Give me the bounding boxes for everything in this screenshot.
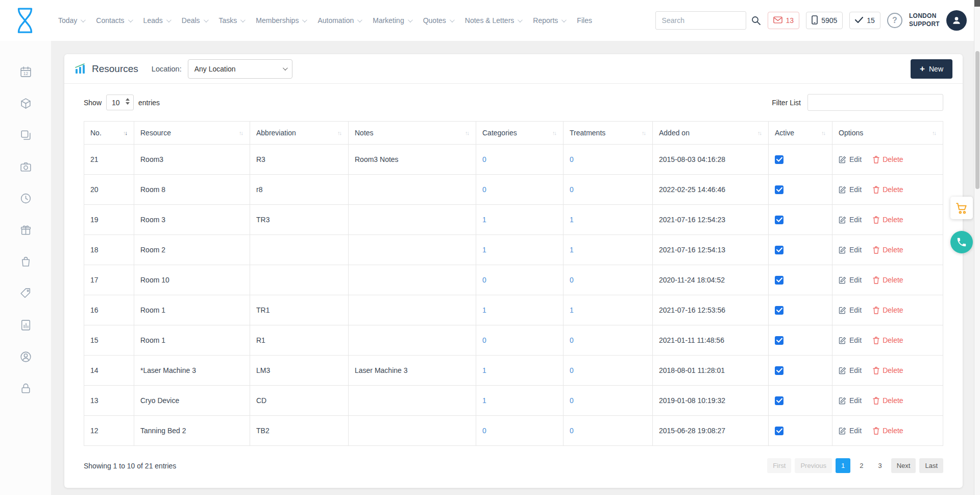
phone-call-icon[interactable] [950,231,973,253]
treatments-link[interactable]: 0 [570,366,574,374]
edit-button[interactable]: Edit [839,216,862,224]
edit-button[interactable]: Edit [839,306,862,314]
active-checkbox[interactable] [775,306,783,315]
scrollbar-thumb[interactable] [975,51,979,189]
nav-menu-item[interactable]: Quotes [423,16,453,25]
phone-indicator[interactable]: 5905 [806,12,843,29]
report-icon[interactable] [19,319,32,332]
copy-icon[interactable] [19,129,32,142]
table-column-header[interactable]: Added on ↑↓ [653,122,769,145]
cart-icon[interactable] [950,197,973,219]
active-checkbox[interactable] [775,396,783,405]
pagination-next[interactable]: Next [891,458,916,473]
categories-link[interactable]: 1 [482,306,486,314]
treatments-link[interactable]: 1 [570,306,574,314]
delete-button[interactable]: Delete [873,396,903,405]
pagination-page-3[interactable]: 3 [872,458,887,473]
delete-button[interactable]: Delete [873,306,903,314]
treatments-link[interactable]: 0 [570,276,574,284]
categories-link[interactable]: 0 [482,336,486,344]
search-icon[interactable] [751,15,761,26]
table-column-header[interactable]: No. ↑↓ [84,122,134,145]
edit-button[interactable]: Edit [839,276,862,284]
camera-icon[interactable] [19,160,32,173]
nav-menu-item[interactable]: Memberships [256,16,306,25]
table-column-header[interactable]: Active ↑↓ [769,122,832,145]
delete-button[interactable]: Delete [873,216,903,224]
table-column-header[interactable]: Notes ↑↓ [349,122,476,145]
edit-button[interactable]: Edit [839,185,862,194]
treatments-link[interactable]: 1 [570,246,574,254]
categories-link[interactable]: 1 [482,396,486,405]
active-checkbox[interactable] [775,276,783,285]
delete-button[interactable]: Delete [873,155,903,163]
gift-icon[interactable] [19,224,32,237]
active-checkbox[interactable] [775,366,783,375]
filter-input[interactable] [807,94,943,111]
tasks-indicator[interactable]: 15 [849,12,880,29]
treatments-link[interactable]: 0 [570,396,574,405]
app-logo[interactable] [13,7,37,34]
entries-count-stepper[interactable]: 10 [106,95,134,110]
active-checkbox[interactable] [775,336,783,345]
edit-button[interactable]: Edit [839,427,862,435]
table-column-header[interactable]: Categories ↑↓ [476,122,564,145]
active-checkbox[interactable] [775,246,783,254]
pagination-page-1[interactable]: 1 [836,458,850,473]
treatments-link[interactable]: 1 [570,216,574,224]
pagination-first[interactable]: First [767,458,791,473]
delete-button[interactable]: Delete [873,366,903,374]
active-checkbox[interactable] [775,427,783,435]
history-icon[interactable] [19,192,32,205]
pagination-previous[interactable]: Previous [795,458,832,473]
delete-button[interactable]: Delete [873,276,903,284]
edit-button[interactable]: Edit [839,336,862,344]
search-input[interactable] [655,11,746,30]
nav-menu-item[interactable]: Files [577,16,592,25]
treatments-link[interactable]: 0 [570,427,574,435]
table-column-header[interactable]: Abbreviation ↑↓ [250,122,349,145]
help-icon[interactable]: ? [887,13,902,28]
nav-menu-item[interactable]: Leads [143,16,170,25]
table-column-header[interactable]: Treatments ↑↓ [564,122,653,145]
categories-link[interactable]: 0 [482,185,486,194]
categories-link[interactable]: 1 [482,216,486,224]
nav-menu-item[interactable]: Automation [317,16,361,25]
categories-link[interactable]: 0 [482,276,486,284]
nav-menu-item[interactable]: Contacts [96,16,131,25]
categories-link[interactable]: 1 [482,246,486,254]
support-icon[interactable] [19,350,32,363]
categories-link[interactable]: 0 [482,427,486,435]
tag-icon[interactable] [19,287,32,300]
categories-link[interactable]: 1 [482,366,486,374]
pagination-last[interactable]: Last [919,458,943,473]
categories-link[interactable]: 0 [482,155,486,163]
edit-button[interactable]: Edit [839,396,862,405]
delete-button[interactable]: Delete [873,336,903,344]
lock-icon[interactable] [19,382,32,395]
pagination-page-2[interactable]: 2 [854,458,869,473]
nav-menu-item[interactable]: Marketing [373,16,411,25]
treatments-link[interactable]: 0 [570,155,574,163]
table-column-header[interactable]: Options ↑↓ [832,122,943,145]
nav-menu-item[interactable]: Reports [533,16,565,25]
nav-menu-item[interactable]: Today [58,16,84,25]
shopping-bag-icon[interactable] [19,255,32,268]
nav-menu-item[interactable]: Tasks [219,16,244,25]
delete-button[interactable]: Delete [873,185,903,194]
scrollbar[interactable] [974,0,980,495]
active-checkbox[interactable] [775,216,783,224]
active-checkbox[interactable] [775,155,783,164]
nav-menu-item[interactable]: Notes & Letters [465,16,522,25]
calendar-icon[interactable]: 12 [19,65,32,78]
treatments-link[interactable]: 0 [570,336,574,344]
avatar[interactable] [946,10,967,31]
new-button[interactable]: + New [911,59,952,79]
edit-button[interactable]: Edit [839,155,862,163]
active-checkbox[interactable] [775,185,783,194]
table-column-header[interactable]: Resource ↑↓ [134,122,250,145]
delete-button[interactable]: Delete [873,427,903,435]
package-icon[interactable] [19,97,32,110]
nav-menu-item[interactable]: Deals [182,16,207,25]
location-select[interactable]: Any Location [188,59,292,79]
